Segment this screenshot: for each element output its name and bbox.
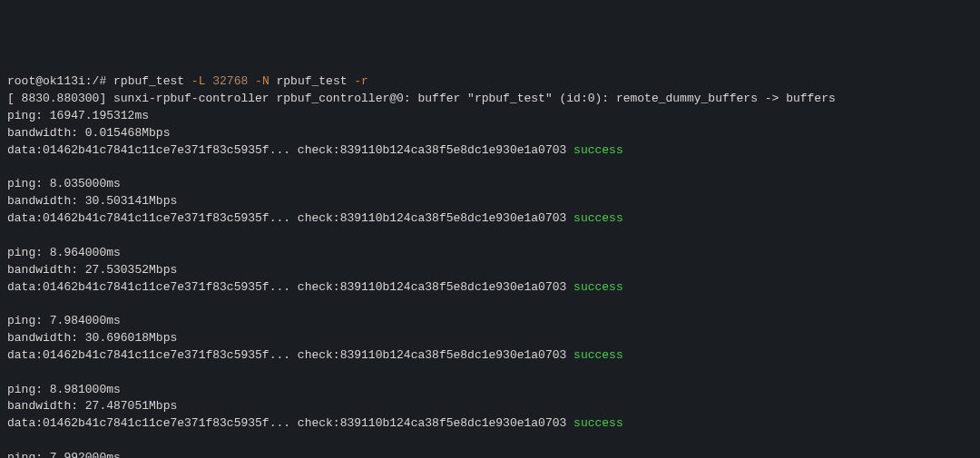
data-line: data:01462b41c7841c11ce7e371f83c5935f...… (7, 348, 573, 362)
ping-line: ping: 8.035000ms (7, 177, 121, 190)
kernel-log-line: [ 8830.880300] sunxi-rpbuf-controller rp… (7, 92, 836, 105)
terminal-output: root@ok113i:/# rpbuf_test -L 32768 -N rp… (7, 73, 973, 458)
command-name: rpbuf_test (113, 74, 191, 88)
bandwidth-line: bandwidth: 30.503141Mbps (7, 194, 177, 208)
status-success: success (573, 280, 623, 294)
ping-line: ping: 8.964000ms (7, 246, 121, 259)
ping-line: ping: 16947.195312ms (7, 109, 149, 122)
data-line: data:01462b41c7841c11ce7e371f83c5935f...… (7, 143, 573, 157)
arg-name: rpbuf_test (276, 74, 354, 88)
ping-line: ping: 8.981000ms (7, 383, 121, 396)
bandwidth-line: bandwidth: 0.015468Mbps (7, 126, 170, 140)
flag-L: -L (191, 74, 212, 88)
data-line: data:01462b41c7841c11ce7e371f83c5935f...… (7, 416, 573, 430)
flag-N: -N (255, 74, 276, 88)
bandwidth-line: bandwidth: 30.696018Mbps (7, 331, 177, 345)
bandwidth-line: bandwidth: 27.530352Mbps (7, 263, 177, 277)
data-line: data:01462b41c7841c11ce7e371f83c5935f...… (7, 280, 573, 294)
ping-line: ping: 7.984000ms (7, 314, 121, 327)
status-success: success (573, 143, 623, 157)
flag-r: -r (354, 74, 368, 88)
status-success: success (573, 348, 623, 362)
data-line: data:01462b41c7841c11ce7e371f83c5935f...… (7, 211, 573, 225)
arg-size: 32768 (212, 74, 255, 88)
shell-prompt: root@ok113i:/# (7, 74, 113, 88)
status-success: success (573, 416, 623, 430)
status-success: success (573, 211, 623, 225)
bandwidth-line: bandwidth: 27.487051Mbps (7, 399, 177, 413)
ping-line: ping: 7.992000ms (7, 451, 121, 458)
